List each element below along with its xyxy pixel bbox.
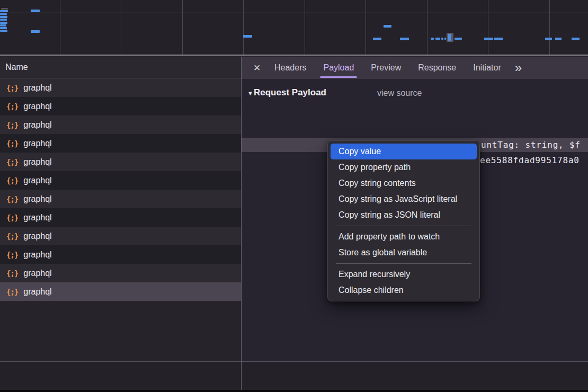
request-name: graphql: [23, 120, 51, 130]
tree-row-operation-name[interactable]: operationName: "ipFlowTimeseries": [242, 122, 588, 137]
active-tab-underline: [320, 76, 357, 78]
timeline-request-bar[interactable]: [435, 38, 440, 40]
timeline-request-bar[interactable]: [555, 38, 562, 40]
request-list-panel: Name {;}graphql{;}graphql{;}graphql{;}gr…: [0, 57, 241, 361]
network-overview-timeline[interactable]: [0, 0, 588, 56]
timeline-request-bar[interactable]: [0, 16, 7, 18]
network-main-area: Name {;}graphql{;}graphql{;}graphql{;}gr…: [0, 57, 588, 361]
menu-item-store-as-global-variable[interactable]: Store as global variable: [331, 245, 477, 261]
timeline-request-bar[interactable]: [0, 13, 7, 15]
request-row[interactable]: {;}graphql: [0, 282, 241, 301]
request-row[interactable]: {;}graphql: [0, 78, 241, 97]
json-braces-icon: {;}: [6, 195, 18, 203]
name-column-header[interactable]: Name: [0, 57, 241, 78]
menu-separator: [336, 226, 471, 226]
request-list: {;}graphql{;}graphql{;}graphql{;}graphql…: [0, 78, 241, 301]
timeline-request-bar[interactable]: [0, 30, 7, 32]
request-row[interactable]: {;}graphql: [0, 171, 241, 190]
request-row[interactable]: {;}graphql: [0, 245, 241, 264]
name-column-label: Name: [5, 63, 28, 72]
timeline-request-bar[interactable]: [0, 24, 6, 26]
timeline-request-bar[interactable]: [431, 38, 434, 40]
request-row[interactable]: {;}graphql: [0, 97, 241, 115]
request-name: graphql: [23, 139, 51, 148]
request-name: graphql: [23, 157, 51, 167]
timeline-request-bar[interactable]: [400, 38, 409, 40]
request-name: graphql: [23, 287, 51, 297]
json-braces-icon: {;}: [6, 158, 18, 166]
context-menu: Copy valueCopy property pathCopy string …: [327, 140, 480, 301]
json-braces-icon: {;}: [6, 269, 18, 278]
timeline-request-bar[interactable]: [31, 30, 40, 33]
timeline-request-bar[interactable]: [373, 38, 381, 40]
tab-payload[interactable]: Payload: [315, 57, 362, 79]
tree-query-value-fragment: untTag: string, $f: [481, 138, 581, 152]
tab-label: Response: [418, 63, 456, 73]
timeline-gridline: [305, 0, 305, 55]
timeline-request-bar[interactable]: [444, 38, 446, 40]
request-name: graphql: [23, 231, 51, 241]
menu-item-copy-string-contents[interactable]: Copy string contents: [331, 175, 477, 191]
tab-initiator[interactable]: Initiator: [465, 57, 509, 79]
timeline-request-bar[interactable]: [0, 19, 7, 21]
menu-item-copy-value[interactable]: Copy value: [331, 144, 477, 159]
section-title: Request Payload: [254, 87, 326, 98]
timeline-request-bar[interactable]: [494, 38, 503, 40]
json-braces-icon: {;}: [6, 251, 18, 259]
menu-item-add-property-path-to-watch[interactable]: Add property path to watch: [331, 229, 477, 245]
menu-item-copy-property-path[interactable]: Copy property path: [331, 159, 477, 175]
close-icon[interactable]: ✕: [248, 57, 266, 79]
tab-label: Payload: [323, 63, 354, 73]
timeline-request-bar[interactable]: [441, 38, 443, 40]
timeline-request-bar[interactable]: [0, 27, 7, 29]
timeline-request-bar[interactable]: [484, 38, 493, 40]
json-braces-icon: {;}: [6, 232, 18, 240]
timeline-request-bar[interactable]: [384, 25, 391, 28]
menu-item-copy-string-as-javascript-literal[interactable]: Copy string as JavaScript literal: [331, 191, 477, 207]
request-name: graphql: [23, 83, 51, 93]
menu-item-collapse-children[interactable]: Collapse children: [331, 282, 477, 298]
json-braces-icon: {;}: [6, 213, 18, 222]
timeline-request-bar[interactable]: [31, 10, 40, 12]
timeline-request-bar[interactable]: [448, 34, 451, 41]
overview-axis-line: [0, 13, 588, 13]
tree-row-root-preview[interactable]: ▼ {operationName: "ipFlowTimeseries", va…: [242, 107, 588, 121]
json-braces-icon: {;}: [6, 121, 18, 129]
tab-headers[interactable]: Headers: [266, 57, 315, 79]
view-source-link[interactable]: view source: [377, 88, 422, 98]
request-row[interactable]: {;}graphql: [0, 227, 241, 245]
menu-separator: [336, 263, 471, 264]
request-row[interactable]: {;}graphql: [0, 134, 241, 153]
request-row[interactable]: {;}graphql: [0, 208, 241, 227]
timeline-request-bar[interactable]: [0, 22, 7, 24]
window-bottom-edge: [0, 390, 588, 392]
request-row[interactable]: {;}graphql: [0, 115, 241, 134]
detail-tab-bar: ✕ HeadersPayloadPreviewResponseInitiator…: [242, 57, 588, 79]
timeline-request-bar[interactable]: [545, 38, 552, 40]
request-row[interactable]: {;}graphql: [0, 190, 241, 208]
json-braces-icon: {;}: [6, 288, 18, 296]
timeline-request-bar[interactable]: [455, 38, 462, 40]
tab-preview[interactable]: Preview: [362, 57, 409, 79]
timeline-request-bar[interactable]: [572, 38, 580, 40]
timeline-request-bar[interactable]: [0, 10, 8, 12]
request-row[interactable]: {;}graphql: [0, 264, 241, 282]
more-tabs-icon[interactable]: »: [510, 57, 527, 79]
menu-item-expand-recursively[interactable]: Expand recursively: [331, 266, 477, 282]
timeline-gridline: [182, 0, 183, 55]
menu-item-copy-string-as-json-literal[interactable]: Copy string as JSON literal: [331, 207, 477, 223]
timeline-request-bar[interactable]: [243, 35, 252, 38]
panel-split-divider[interactable]: [241, 57, 242, 390]
tab-label: Initiator: [473, 63, 501, 73]
request-row[interactable]: {;}graphql: [0, 153, 241, 171]
tab-label: Preview: [371, 63, 401, 73]
timeline-gridline: [549, 0, 550, 55]
timeline-request-bar[interactable]: [1, 8, 8, 10]
tab-response[interactable]: Response: [409, 57, 465, 79]
section-expander-icon[interactable]: ▼: [247, 90, 253, 96]
request-name: graphql: [23, 250, 51, 260]
timeline-gridline: [427, 0, 427, 55]
json-braces-icon: {;}: [6, 176, 18, 185]
request-payload-section-header: ▼ Request Payload view source: [242, 87, 588, 100]
request-name: graphql: [23, 194, 51, 204]
